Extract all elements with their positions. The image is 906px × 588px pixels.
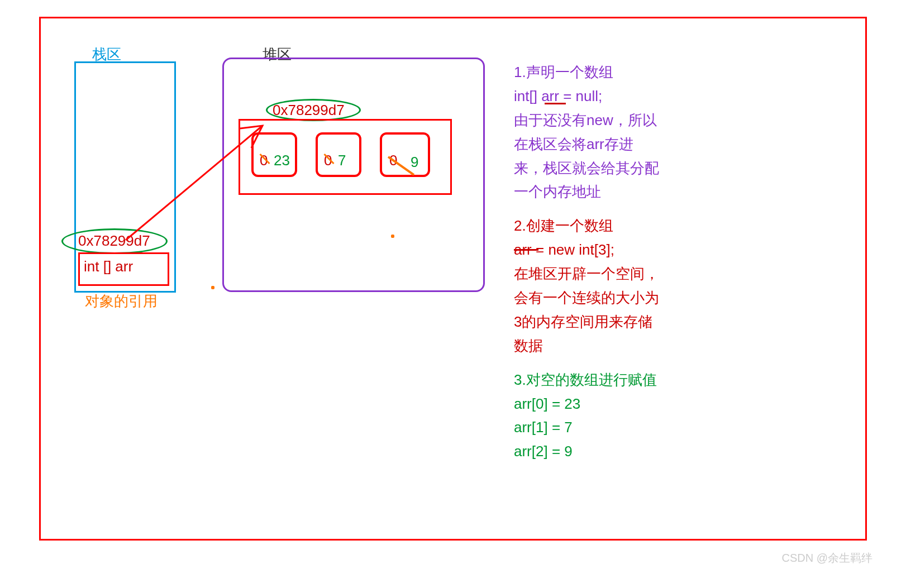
- section-2-body: 在堆区开辟一个空间，会有一个连续的大小为3的内存空间用来存储数据: [514, 262, 659, 358]
- section-2: 2.创建一个数组 arr = new int[3]; 在堆区开辟一个空间，会有一…: [514, 214, 659, 357]
- array-cell-2-value: 9: [411, 154, 418, 171]
- stack-address-text: 0x78299d7: [78, 232, 150, 250]
- explanation-column: 1.声明一个数组 int[] arr = null; 由于还没有new，所以在栈…: [514, 60, 659, 463]
- heap-address-text: 0x78299d7: [273, 102, 345, 119]
- section-1-code: int[] arr = null;: [514, 84, 659, 108]
- stack-variable-text: int [] arr: [84, 258, 133, 275]
- dot-icon: [211, 286, 214, 289]
- dot-icon: [391, 235, 394, 238]
- section-3-title: 3.对空的数组进行赋值: [514, 368, 659, 392]
- array-cell-1-value: 7: [338, 152, 346, 169]
- section-2-title: 2.创建一个数组: [514, 214, 659, 238]
- section-3-line-2: arr[1] = 7: [514, 415, 659, 439]
- section-1-title: 1.声明一个数组: [514, 60, 659, 84]
- object-reference-label: 对象的引用: [85, 291, 158, 311]
- watermark: CSDN @余生羁绊: [781, 551, 872, 566]
- section-3-line-3: arr[2] = 9: [514, 439, 659, 463]
- underline-icon: [545, 103, 566, 104]
- underline-icon: [514, 249, 538, 251]
- array-cell-0-value: 23: [274, 152, 290, 169]
- section-3: 3.对空的数组进行赋值 arr[0] = 23 arr[1] = 7 arr[2…: [514, 368, 659, 464]
- section-1: 1.声明一个数组 int[] arr = null; 由于还没有new，所以在栈…: [514, 60, 659, 204]
- section-3-line-1: arr[0] = 23: [514, 392, 659, 416]
- section-1-body: 由于还没有new，所以在栈区会将arr存进来，栈区就会给其分配一个内存地址: [514, 108, 659, 204]
